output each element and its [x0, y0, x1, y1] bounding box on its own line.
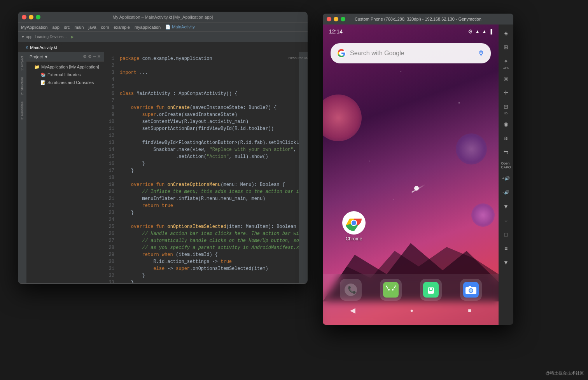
geny-sidebar: ◈ ⊞ ⌖ GPS ◎ ✛ ⊟ ID ◉ ≋ ⇆ OpenCAPO +🔊 -🔊 … — [499, 25, 513, 325]
right-panel-tabs: Resource Manager — [299, 52, 308, 283]
back-button[interactable]: ◀ — [350, 306, 355, 315]
battery-icon: ▐ — [489, 29, 492, 34]
geny-tool-vol-down[interactable]: -🔊 — [500, 187, 511, 198]
ide-title: My Application – MainActivity.kt [My_App… — [113, 15, 213, 19]
project-header-icons: ⚙ ⚙ ─ ✕ — [83, 54, 101, 59]
geny-tool-down[interactable]: ▼ — [500, 201, 511, 212]
geny-tool-arrow-down[interactable]: ▼ — [500, 257, 511, 268]
android-dock: 📞 — [323, 274, 499, 325]
chrome-icon — [342, 211, 366, 235]
geny-tool-circle[interactable]: ○ — [500, 215, 511, 226]
menu-myapplication2[interactable]: myapplication — [135, 25, 161, 30]
geny-tool-diamond[interactable]: ◈ — [500, 28, 511, 39]
menu-app[interactable]: app — [52, 25, 59, 30]
menu-main[interactable]: main — [75, 25, 84, 30]
maximize-button[interactable] — [36, 15, 40, 19]
geny-tool-gps-wrapper: ⌖ GPS — [500, 56, 511, 70]
project-panel: Project ▼ ⚙ ⚙ ─ ✕ 📁 MyApplication [My Ap… — [26, 52, 104, 283]
ide-titlebar: My Application – MainActivity.kt [My_App… — [18, 12, 308, 23]
geny-title: Custom Phone (768x1280, 320dpi) - 192.16… — [355, 17, 481, 21]
recents-button[interactable]: ■ — [468, 307, 471, 313]
android-search[interactable]: Search with Google 🎙 — [331, 43, 491, 63]
minimize-button[interactable] — [29, 15, 33, 19]
android-robot-icon — [423, 282, 439, 298]
search-text[interactable]: Search with Google — [350, 50, 478, 57]
svg-text:📞: 📞 — [348, 285, 357, 294]
code-editor[interactable]: 1234567891011121314151617181920212223242… — [104, 52, 299, 283]
geny-minimize-button[interactable] — [334, 17, 338, 21]
geny-tool-share[interactable]: ⇆ — [500, 147, 511, 158]
geny-close-button[interactable] — [327, 17, 331, 21]
geny-tool-cross[interactable]: ✛ — [500, 87, 511, 98]
toolbar-loading: Loading Devices... — [35, 35, 66, 39]
home-button[interactable]: ● — [410, 307, 413, 313]
vtab-structure[interactable]: 2: Structure — [19, 75, 25, 98]
geny-titlebar: Custom Phone (768x1280, 320dpi) - 192.16… — [323, 14, 513, 25]
ide-window: My Application – MainActivity.kt [My_App… — [18, 12, 308, 284]
geny-tool-opencapo[interactable]: OpenCAPO — [500, 161, 511, 170]
geny-tool-id[interactable]: ⊟ — [500, 101, 511, 112]
android-head-app[interactable] — [380, 279, 402, 301]
geny-tool-stream[interactable]: ≋ — [500, 133, 511, 144]
geny-tool-square[interactable]: □ — [500, 229, 511, 240]
svg-point-11 — [388, 289, 390, 291]
geny-tool-target[interactable]: ◎ — [500, 73, 511, 84]
svg-point-16 — [432, 288, 433, 290]
menu-java[interactable]: java — [88, 25, 96, 30]
tree-myapplication[interactable]: 📁 MyApplication [My Application] — [26, 63, 104, 71]
code-text[interactable]: package com.example.myapplication import… — [117, 52, 299, 283]
geny-tool-vol-up[interactable]: +🔊 — [500, 173, 511, 184]
library-icon: 📚 — [40, 72, 46, 77]
geny-id-label: ID — [504, 112, 508, 116]
chrome-app[interactable]: Chrome — [342, 211, 366, 242]
menu-src[interactable]: src — [64, 25, 70, 30]
toolbar-run[interactable]: ▶ — [71, 35, 74, 39]
ide-toolbar: ▼ app Loading Devices... ▶ — [18, 31, 308, 42]
menu-mainactivity[interactable]: 📄 MainActivity — [165, 25, 195, 30]
android-head-icon — [383, 282, 399, 298]
camera-app[interactable] — [460, 279, 482, 301]
left-panels: 1: Project 2: Structure 3: Favorites Pro… — [18, 52, 104, 283]
settings-icon[interactable]: ⚙ — [468, 28, 473, 35]
chrome-app-wrapper: Chrome — [342, 211, 366, 242]
tree-scratches[interactable]: 📝 Scratches and Consoles — [26, 79, 104, 86]
android-robot-app[interactable] — [420, 279, 442, 301]
geny-tool-expand[interactable]: ⊞ — [500, 42, 511, 53]
vtab-favorites[interactable]: 3: Favorites — [19, 99, 25, 122]
menu-myapplication[interactable]: MyApplication — [21, 25, 47, 30]
folder-icon: 📁 — [34, 65, 40, 70]
geny-main: 12:14 ⚙ ▲ ▲ ▐ Search with Goog — [323, 25, 513, 325]
tab-mainactivity[interactable]: K MainActivity.kt — [21, 43, 62, 52]
geny-tool-record[interactable]: ◉ — [500, 119, 511, 130]
geny-tool-menu[interactable]: ≡ — [500, 243, 511, 254]
resource-manager-tab[interactable]: Resource Manager — [287, 54, 308, 62]
scratch-icon: 📝 — [40, 80, 46, 85]
geny-tool-gps[interactable]: ⌖ — [500, 56, 511, 67]
tab-bar: K MainActivity.kt — [18, 42, 308, 52]
project-label: Project ▼ — [30, 54, 48, 59]
star-1 — [401, 71, 401, 72]
project-tree: 📁 MyApplication [My Application] 📚 Exter… — [26, 61, 104, 88]
watermark: @稀土掘金技术社区 — [546, 370, 584, 376]
genymotion-window: Custom Phone (768x1280, 320dpi) - 192.16… — [323, 14, 513, 325]
svg-rect-21 — [469, 286, 471, 287]
geny-maximize-button[interactable] — [341, 17, 345, 21]
tree-external-libraries[interactable]: 📚 External Libraries — [26, 71, 104, 79]
phone-app[interactable]: 📞 — [340, 279, 362, 301]
mic-icon[interactable]: 🎙 — [478, 49, 485, 58]
ide-menu-bar: MyApplication app src main java com exam… — [18, 23, 308, 31]
close-button[interactable] — [22, 15, 26, 19]
star-4 — [393, 200, 394, 200]
vtab-project[interactable]: 1: Project — [19, 54, 25, 73]
menu-example[interactable]: example — [114, 25, 130, 30]
signal-icon: ▲ — [482, 29, 487, 34]
status-icons: ⚙ ▲ ▲ ▐ — [468, 28, 492, 35]
decorative-orb2 — [456, 133, 487, 165]
android-screen[interactable]: 12:14 ⚙ ▲ ▲ ▐ Search with Goog — [323, 25, 499, 325]
svg-point-20 — [469, 289, 472, 292]
menu-com[interactable]: com — [101, 25, 109, 30]
svg-point-15 — [429, 288, 430, 290]
white-dot — [414, 186, 419, 191]
svg-point-6 — [352, 221, 356, 225]
ide-main: 1: Project 2: Structure 3: Favorites Pro… — [18, 52, 308, 283]
